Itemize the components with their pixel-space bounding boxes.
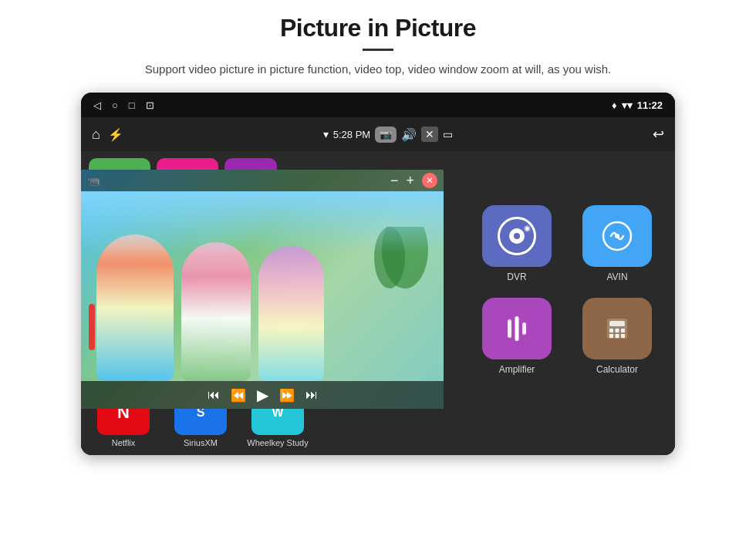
status-right: ♦ ▾▾ 11:22	[612, 100, 663, 111]
avin-app-icon	[582, 205, 652, 267]
volume-icon[interactable]: 🔊	[401, 127, 417, 142]
netflix-label: Netflix	[112, 438, 136, 447]
calculator-app-icon	[582, 298, 652, 359]
page-title: Picture in Picture	[280, 14, 476, 42]
wifi-icon: ▾	[323, 128, 329, 140]
avin-icon-graphic	[600, 219, 634, 253]
app-cell-amplifier[interactable]: Amplifier	[467, 290, 567, 383]
pip-video-content	[81, 170, 444, 409]
recent-nav-icon[interactable]: □	[129, 100, 135, 111]
camera-icon: 📷	[380, 129, 392, 140]
page-subtitle: Support video picture in picture functio…	[145, 60, 611, 79]
app-cell-dvr[interactable]: ◉ DVR	[467, 197, 567, 290]
app-cell-calculator[interactable]: Calculator	[567, 290, 667, 383]
app-bar-right: ↩	[653, 126, 664, 143]
screen-icon[interactable]: ▭	[443, 128, 453, 140]
amplifier-label: Amplifier	[499, 364, 535, 375]
right-app-grid: ◉ DVR	[459, 151, 675, 455]
pip-video-controls: ⏮ ⏪ ▶ ⏩ ⏭	[81, 381, 444, 409]
usb-icon[interactable]: ⚡	[108, 127, 123, 142]
device-frame: ◁ ○ □ ⊡ ♦ ▾▾ 11:22 ⌂ ⚡ ▾ 5:28 PM 📷	[81, 93, 675, 455]
camera-button[interactable]: 📷	[375, 127, 397, 143]
app-bar: ⌂ ⚡ ▾ 5:28 PM 📷 🔊 ✕ ▭ ↩	[81, 117, 675, 151]
pip-expand-btn[interactable]: +	[406, 173, 414, 189]
close-window-icon[interactable]: ✕	[421, 127, 438, 142]
signal-icon: ▾▾	[622, 100, 633, 111]
dvr-dot	[514, 233, 520, 239]
pip-window[interactable]: 📹 − + ✕	[81, 170, 444, 409]
pip-minimize-btn[interactable]: −	[390, 173, 399, 189]
home-icon[interactable]: ⌂	[92, 127, 100, 143]
avin-label: AVIN	[606, 272, 627, 282]
svg-rect-7	[609, 329, 613, 332]
back-nav-icon[interactable]: ◁	[93, 100, 101, 111]
home-nav-icon[interactable]: ○	[112, 100, 118, 111]
wheelkey-label: Wheelkey Study	[247, 438, 308, 447]
svg-rect-11	[616, 334, 619, 338]
pip-close-btn[interactable]: ✕	[422, 173, 437, 188]
rewind-btn[interactable]: ⏪	[231, 388, 246, 403]
svg-rect-9	[621, 329, 625, 332]
main-content: 📹 − + ✕	[81, 151, 675, 455]
amplifier-app-icon	[482, 298, 552, 359]
siriusxm-label: SiriusXM	[184, 438, 218, 447]
prev-track-btn[interactable]: ⏮	[208, 388, 220, 402]
dvr-inner-circle	[509, 228, 525, 244]
page-wrapper: Picture in Picture Support video picture…	[0, 0, 756, 533]
svg-rect-8	[616, 329, 619, 332]
svg-rect-12	[621, 334, 625, 338]
left-panel: 📹 − + ✕	[81, 151, 459, 455]
svg-rect-2	[508, 319, 511, 338]
location-icon: ♦	[612, 100, 617, 111]
dvr-icon-graphic: ◉	[498, 217, 536, 255]
back-icon[interactable]: ↩	[653, 126, 664, 143]
status-left: ◁ ○ □ ⊡	[93, 100, 154, 111]
app-bar-time: 5:28 PM	[333, 129, 370, 140]
title-divider	[363, 49, 393, 51]
pip-controls: − + ✕	[390, 173, 437, 189]
pip-close-icon: ✕	[426, 175, 434, 186]
pip-camera-icon: 📹	[87, 174, 100, 187]
screenshot-nav-icon[interactable]: ⊡	[146, 100, 154, 111]
pip-header: 📹 − + ✕	[81, 170, 444, 191]
calculator-label: Calculator	[596, 364, 638, 375]
play-pause-btn[interactable]: ▶	[257, 386, 268, 404]
app-bar-left: ⌂ ⚡	[92, 127, 123, 143]
svg-rect-3	[515, 316, 519, 341]
svg-rect-4	[522, 322, 526, 335]
dvr-label: DVR	[507, 272, 526, 282]
app-cell-avin[interactable]: AVIN	[567, 197, 667, 290]
svg-rect-10	[609, 334, 613, 338]
next-track-btn[interactable]: ⏭	[305, 388, 318, 402]
dvr-app-icon: ◉	[482, 205, 552, 267]
fast-forward-btn[interactable]: ⏩	[279, 388, 295, 403]
svg-point-1	[615, 234, 619, 238]
app-bar-center: ▾ 5:28 PM 📷 🔊 ✕ ▭	[323, 127, 453, 143]
status-bar: ◁ ○ □ ⊡ ♦ ▾▾ 11:22	[81, 93, 675, 117]
dvr-signal-icon: ◉	[524, 224, 531, 232]
svg-rect-6	[609, 321, 625, 326]
status-time: 11:22	[637, 100, 663, 111]
